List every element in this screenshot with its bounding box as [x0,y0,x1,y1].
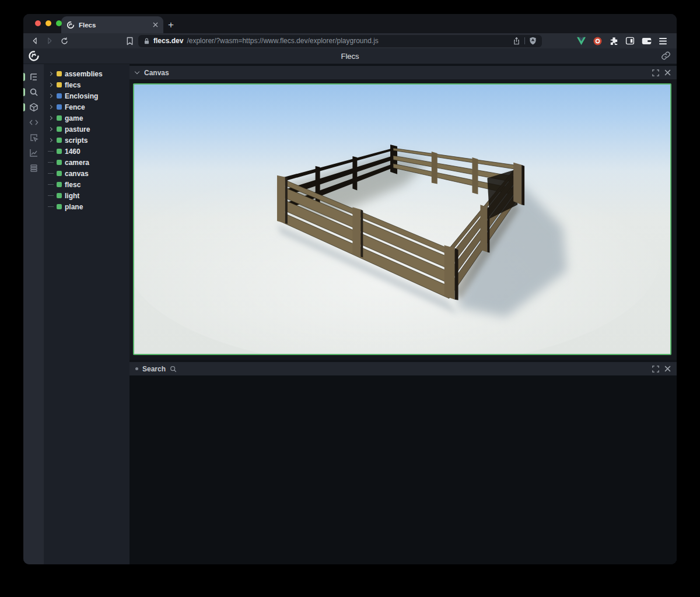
entity-color-swatch [57,82,62,87]
toolrail-button-entities-3d[interactable] [23,100,44,115]
fence-3d-scene [134,85,670,354]
entity-color-swatch [57,204,62,209]
tool-rail [23,64,44,564]
share-link-icon[interactable] [661,51,671,61]
url-bar[interactable]: flecs.dev/explorer/?wasm=https://www.fle… [138,35,542,47]
collapsed-bullet-icon[interactable] [135,367,138,370]
tree-branch-line [48,160,54,166]
active-indicator [23,88,25,96]
entity-color-swatch [57,93,62,99]
outliner-icon [29,72,38,82]
tree-branch-line [48,149,54,154]
search-panel-body[interactable] [130,375,677,564]
bookmark-icon[interactable] [124,35,135,47]
tree-branch-line [48,193,54,199]
tree-item-label: scripts [65,136,88,145]
expand-chevron-icon[interactable] [48,82,54,88]
expand-chevron-icon[interactable] [48,93,54,99]
entity-color-swatch [57,171,62,176]
active-indicator [23,73,25,81]
vue-devtools-extension-icon[interactable] [575,35,587,47]
app-title: Flecs [23,52,677,61]
tree-item-label: flesc [65,181,80,189]
fullscreen-icon[interactable] [652,366,659,373]
tree-item-game[interactable]: game [44,113,130,124]
desktop-background: Flecs + [0,0,700,597]
url-domain: flecs.dev [153,37,183,45]
fullscreen-icon[interactable] [652,69,659,76]
divider [524,37,525,44]
close-panel-icon[interactable] [664,69,671,76]
extensions-puzzle-icon[interactable] [608,35,620,47]
expand-chevron-icon[interactable] [48,138,54,143]
toolrail-button-stats[interactable] [23,145,44,160]
entity-color-swatch [57,115,62,121]
share-icon[interactable] [513,37,520,45]
tree-item-label: 1460 [65,148,80,156]
reload-button[interactable] [58,35,70,47]
tree-item-label: flecs [65,81,80,89]
menu-icon[interactable] [657,35,668,47]
app-body: assemblies flecs Enclosing Fence game pa… [23,64,677,564]
tree-item-label: canvas [65,170,89,178]
tree-branch-line [48,182,54,188]
tree-branch-line [48,204,54,210]
browser-tab[interactable]: Flecs [61,16,163,33]
3d-viewport[interactable] [133,83,671,355]
close-panel-icon[interactable] [664,366,671,372]
search-icon [29,87,38,97]
chevron-down-icon[interactable] [135,71,140,75]
close-window-button[interactable] [35,20,41,26]
flecs-favicon-icon [66,21,75,29]
tab-title: Flecs [79,22,149,29]
canvas-panel-header[interactable]: Canvas [130,66,677,79]
back-button[interactable] [29,35,41,47]
entity-color-swatch [57,193,62,198]
minimize-window-button[interactable] [46,20,51,26]
tree-item-light[interactable]: light [44,190,130,201]
new-tab-button[interactable]: + [163,16,178,33]
tree-item-label: assemblies [65,70,103,78]
entity-color-swatch [57,149,62,154]
tree-item-flesc[interactable]: flesc [44,179,130,190]
tree-item-camera[interactable]: camera [44,157,130,168]
url-path: /explorer/?wasm=https://www.flecs.dev/ex… [187,37,378,45]
zoom-window-button[interactable] [56,20,62,26]
traffic-lights [35,20,62,26]
active-indicator [23,103,25,111]
tree-item-scripts[interactable]: scripts [44,135,130,146]
search-panel-header[interactable]: Search [130,362,677,375]
shield-icon[interactable] [529,37,537,45]
entity-color-swatch [57,104,62,110]
tree-item-plane[interactable]: plane [44,201,130,212]
toolrail-button-entity-tree[interactable] [23,69,44,85]
toolrail-button-query[interactable] [23,85,44,100]
close-tab-icon[interactable] [153,22,158,27]
tree-item-Enclosing[interactable]: Enclosing [44,90,130,101]
canvas-panel-title: Canvas [144,69,169,77]
forward-button[interactable] [44,35,55,47]
toolrail-button-scripts[interactable] [23,115,44,130]
browser-toolbar: flecs.dev/explorer/?wasm=https://www.fle… [23,33,677,48]
entity-color-swatch [57,138,62,143]
tree-item-label: light [65,192,79,200]
tree-item-pasture[interactable]: pasture [44,124,130,135]
browser-window: Flecs + [23,14,677,564]
toolrail-button-tables[interactable] [23,160,44,175]
tree-item-assemblies[interactable]: assemblies [44,68,130,79]
tree-item-Fence[interactable]: Fence [44,101,130,113]
tree-item-1460[interactable]: 1460 [44,146,130,157]
tree-item-canvas[interactable]: canvas [44,168,130,179]
expand-chevron-icon[interactable] [48,127,54,132]
cube-icon [29,103,38,112]
red-extension-icon[interactable] [592,35,603,47]
toolrail-button-inspector[interactable] [23,130,44,145]
reader-mode-icon[interactable] [624,35,636,47]
expand-chevron-icon[interactable] [48,104,54,110]
tree-item-flecs[interactable]: flecs [44,79,130,90]
wallet-icon[interactable] [640,35,652,47]
code-icon [29,118,38,127]
tree-branch-line [48,171,54,177]
expand-chevron-icon[interactable] [48,71,54,77]
expand-chevron-icon[interactable] [48,115,54,121]
